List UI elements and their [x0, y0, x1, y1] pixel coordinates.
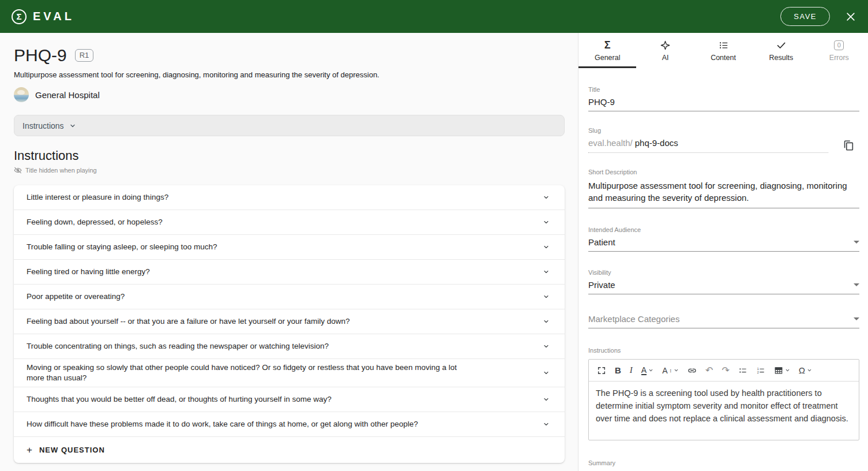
svg-text:2: 2 — [757, 371, 759, 374]
eval-logo: Σ EVAL — [12, 9, 74, 24]
top-bar: Σ EVAL SAVE — [0, 0, 868, 33]
section-selector[interactable]: Instructions — [14, 115, 565, 136]
bold-button[interactable]: B — [613, 364, 623, 376]
intended-audience-select[interactable]: Patient — [588, 237, 859, 252]
question-row[interactable]: Feeling tired or having little energy? — [14, 260, 565, 285]
intended-audience-label: Intended Audience — [588, 226, 859, 233]
eye-off-icon — [14, 166, 22, 174]
slug-prefix: eval.health/ — [588, 138, 633, 148]
title-field-label: Title — [588, 86, 859, 93]
page-title: PHQ-9 — [14, 46, 67, 65]
dropdown-arrow-icon — [854, 241, 859, 244]
assessment-editor-panel: PHQ-9 R1 Multipurpose assessment tool fo… — [0, 33, 578, 471]
slug-field-label: Slug — [588, 127, 859, 134]
marketplace-categories-select[interactable]: Marketplace Categories — [588, 314, 859, 328]
clipped-text-line: 1. How often have you been bothered by t… — [596, 439, 852, 440]
question-row[interactable]: Feeling bad about yourself -- or that yo… — [14, 309, 565, 334]
question-row[interactable]: Moving or speaking so slowly that other … — [14, 359, 565, 387]
chevron-down-icon[interactable] — [543, 293, 550, 300]
save-button[interactable]: SAVE — [780, 7, 830, 26]
sparkle-icon — [660, 39, 671, 51]
revision-badge: R1 — [75, 49, 94, 62]
numbered-list-icon[interactable]: 12 — [754, 365, 768, 376]
short-description-label: Short Description — [588, 169, 859, 175]
question-row[interactable]: How difficult have these problems made i… — [14, 412, 565, 437]
question-row[interactable]: Feeling down, depressed, or hopeless? — [14, 210, 565, 235]
list-icon — [718, 39, 729, 51]
question-row[interactable]: Trouble concentrating on things, such as… — [14, 334, 565, 359]
plus-icon: + — [27, 444, 32, 456]
summary-field-label: Summary — [588, 459, 859, 466]
question-list: Little interest or pleasure in doing thi… — [14, 185, 565, 463]
visibility-select[interactable]: Private — [588, 280, 859, 294]
bulleted-list-icon[interactable] — [736, 365, 750, 376]
instructions-editor: B I A A↕ ↶ ↷ 12 Ω The PHQ-9 is a screeni… — [588, 359, 859, 440]
question-row[interactable]: Poor appetite or overeating? — [14, 285, 565, 309]
title-input[interactable]: PHQ-9 — [588, 97, 859, 111]
error-count-badge: 0 — [834, 39, 844, 51]
section-selector-label: Instructions — [22, 121, 64, 130]
organization-name: General Hospital — [35, 90, 100, 100]
copy-icon[interactable] — [842, 139, 855, 152]
chevron-down-icon[interactable] — [543, 421, 550, 428]
tab-errors[interactable]: 0 Errors — [810, 33, 868, 68]
tab-results[interactable]: Results — [752, 33, 810, 68]
settings-tabs: Σ General AI Content Results — [578, 33, 868, 68]
tab-content[interactable]: Content — [694, 33, 752, 68]
table-icon[interactable] — [772, 365, 792, 376]
assessment-description: Multipurpose assessment tool for screeni… — [14, 70, 564, 79]
question-row[interactable]: Trouble falling or staying asleep, or sl… — [14, 235, 565, 260]
chevron-down-icon[interactable] — [543, 219, 550, 226]
title-hidden-note: Title hidden when playing — [14, 166, 564, 174]
special-characters-button[interactable]: Ω — [796, 364, 814, 376]
redo-icon[interactable]: ↷ — [719, 364, 731, 377]
tab-general[interactable]: Σ General — [578, 33, 636, 68]
organization-avatar — [14, 87, 29, 102]
instructions-editor-toolbar: B I A A↕ ↶ ↷ 12 Ω — [589, 360, 859, 382]
font-size-button[interactable]: A↕ — [660, 365, 681, 376]
slug-input[interactable]: eval.health/ phq-9-docs — [588, 138, 828, 153]
instructions-field-label: Instructions — [588, 347, 859, 354]
chevron-down-icon[interactable] — [543, 369, 550, 376]
question-row[interactable]: Thoughts that you would be better off de… — [14, 387, 565, 412]
sigma-logo-icon: Σ — [12, 9, 27, 24]
question-row[interactable]: Little interest or pleasure in doing thi… — [14, 185, 565, 210]
chevron-down-icon[interactable] — [543, 268, 550, 275]
brand-name: EVAL — [33, 10, 74, 23]
link-icon[interactable] — [685, 365, 699, 376]
tab-ai[interactable]: AI — [636, 33, 694, 68]
chevron-down-icon — [69, 122, 76, 129]
chevron-down-icon[interactable] — [543, 318, 550, 325]
settings-panel: Σ General AI Content Results — [578, 33, 868, 471]
dropdown-arrow-icon — [854, 283, 859, 286]
svg-text:1: 1 — [757, 367, 759, 370]
new-question-button[interactable]: + NEW QUESTION — [14, 437, 565, 463]
chevron-down-icon[interactable] — [543, 244, 550, 251]
dropdown-arrow-icon — [854, 317, 859, 320]
short-description-input[interactable]: Multipurpose assessment tool for screeni… — [588, 180, 859, 208]
visibility-label: Visibility — [588, 269, 859, 276]
chevron-down-icon[interactable] — [543, 396, 550, 403]
instructions-editor-content[interactable]: The PHQ-9 is a screening tool used by he… — [589, 382, 859, 440]
title-hidden-text: Title hidden when playing — [25, 167, 97, 174]
chevron-down-icon[interactable] — [543, 194, 550, 201]
fullscreen-icon[interactable] — [595, 365, 608, 376]
sigma-icon: Σ — [604, 39, 611, 51]
undo-icon[interactable]: ↶ — [703, 364, 715, 377]
section-title: Instructions — [14, 148, 564, 163]
chevron-down-icon[interactable] — [543, 343, 550, 350]
text-color-button[interactable]: A — [639, 365, 656, 376]
italic-button[interactable]: I — [627, 364, 635, 376]
close-icon[interactable] — [845, 11, 856, 23]
check-icon — [776, 39, 787, 51]
